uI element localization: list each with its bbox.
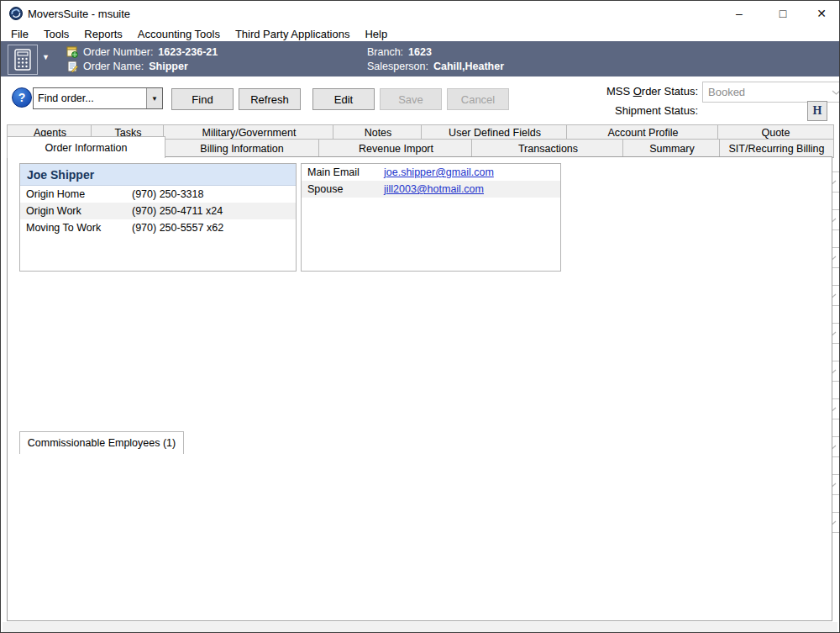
- email-row: Main Email joe.shipper@gmail.com: [302, 164, 560, 181]
- tab-billing-information[interactable]: Billing Information: [163, 139, 321, 158]
- menu-file[interactable]: File: [3, 27, 36, 41]
- phone-row: Origin Work (970) 250-4711 x24: [20, 203, 296, 219]
- phone-row: Origin Home (970) 250-3318: [20, 186, 296, 203]
- tab-commissionable-employees[interactable]: Commissionable Employees (1): [19, 431, 184, 454]
- find-button[interactable]: Find: [171, 88, 234, 110]
- help-icon[interactable]: ?: [12, 87, 32, 108]
- menu-help[interactable]: Help: [357, 27, 395, 41]
- order-banner: ▼ Order Number: 1623-236-21 Order Name: …: [1, 41, 839, 76]
- refresh-button[interactable]: Refresh: [239, 88, 301, 110]
- cancel-button[interactable]: Cancel: [447, 88, 509, 110]
- chevron-down-icon: [832, 90, 840, 96]
- tab-sit-recurring-billing[interactable]: SIT/Recurring Billing: [719, 139, 834, 158]
- salesperson-value: Cahill,Heather: [433, 61, 504, 72]
- main-email-link[interactable]: joe.shipper@gmail.com: [384, 166, 560, 178]
- shipment-status-label: Shipment Status:: [522, 104, 698, 117]
- edit-button[interactable]: Edit: [312, 88, 375, 110]
- order-menu-caret-icon[interactable]: ▼: [42, 53, 50, 61]
- order-number-value: 1623-236-21: [158, 46, 218, 58]
- find-order-dropdown-icon[interactable]: ▼: [146, 88, 162, 108]
- salesperson-row: Salesperson: Cahill,Heather: [367, 61, 504, 72]
- mss-order-status-label: MSS Order Status:: [522, 85, 698, 98]
- menu-bar: File Tools Reports Accounting Tools Thir…: [1, 26, 839, 41]
- mss-order-status-value: Booked: [708, 86, 745, 98]
- email-panel: Main Email joe.shipper@gmail.com Spouse …: [301, 163, 561, 272]
- application-window: MoversSuite - msuite – □ ✕ File Tools Re…: [0, 0, 840, 633]
- salesperson-label: Salesperson:: [367, 61, 428, 72]
- order-name-value: Shipper: [149, 61, 188, 72]
- order-name-label: Order Name:: [83, 61, 144, 72]
- find-order-combobox[interactable]: Find order... ▼: [33, 87, 163, 109]
- minimize-button[interactable]: –: [723, 1, 755, 26]
- order-name-icon: [66, 61, 78, 72]
- menu-reports[interactable]: Reports: [76, 27, 130, 41]
- branch-row: Branch: 1623: [367, 46, 432, 58]
- order-name-row: Order Name: Shipper: [66, 61, 188, 72]
- bottom-strip: [3, 622, 837, 632]
- order-menu-button[interactable]: [8, 45, 38, 75]
- email-row: Spouse jill2003@hotmail.com: [302, 181, 560, 198]
- branch-value: 1623: [408, 46, 432, 58]
- calculator-icon: [13, 49, 32, 71]
- contact-panel: Joe Shipper Origin Home (970) 250-3318 O…: [19, 163, 297, 272]
- spouse-email-link[interactable]: jill2003@hotmail.com: [384, 183, 560, 195]
- tab-revenue-import[interactable]: Revenue Import: [318, 139, 474, 158]
- menu-tools[interactable]: Tools: [36, 27, 76, 41]
- tab-summary[interactable]: Summary: [622, 139, 722, 158]
- app-icon: [9, 7, 23, 20]
- contact-name: Joe Shipper: [20, 164, 296, 186]
- phone-row: Moving To Work (970) 250-5557 x62: [20, 219, 296, 236]
- menu-accounting-tools[interactable]: Accounting Tools: [130, 27, 228, 41]
- tab-order-information[interactable]: Order Information: [7, 136, 165, 158]
- order-number-row: Order Number: 1623-236-21: [66, 46, 218, 58]
- title-bar: MoversSuite - msuite – □ ✕: [1, 1, 839, 26]
- branch-label: Branch:: [367, 46, 403, 58]
- find-order-value: Find order...: [34, 88, 146, 108]
- tab-transactions[interactable]: Transactions: [471, 139, 625, 158]
- order-number-icon: [66, 46, 78, 58]
- history-button[interactable]: H: [807, 101, 827, 121]
- window-title: MoversSuite - msuite: [28, 8, 130, 20]
- order-number-label: Order Number:: [83, 46, 153, 58]
- save-button[interactable]: Save: [380, 88, 442, 110]
- maximize-button[interactable]: □: [767, 1, 799, 26]
- mss-order-status-combobox[interactable]: Booked: [702, 82, 840, 103]
- menu-third-party-applications[interactable]: Third Party Applications: [228, 27, 358, 41]
- close-button[interactable]: ✕: [806, 1, 837, 26]
